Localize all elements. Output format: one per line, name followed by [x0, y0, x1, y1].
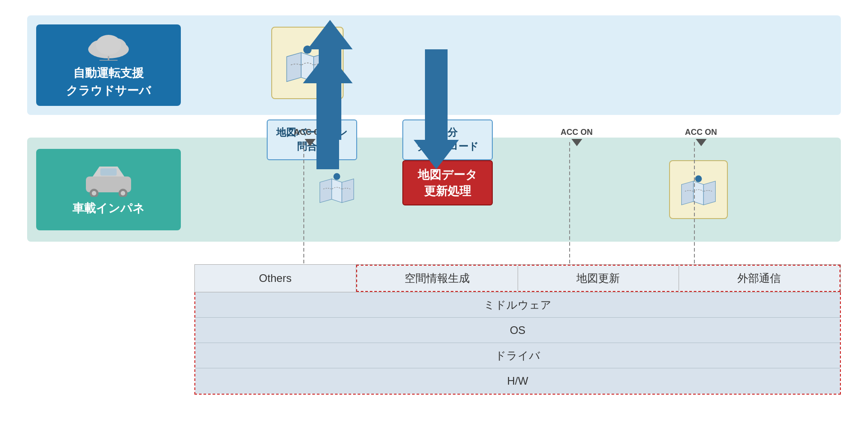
cloud-server-label: 自動運転支援 クラウドサーバ: [66, 64, 151, 100]
acc-on-mid: ACC ON: [561, 128, 593, 146]
map-svg-cloud: [283, 38, 332, 88]
others-cell: Others: [195, 265, 356, 292]
main-diagram: 自動運転支援 クラウドサーバ: [27, 15, 841, 414]
driver-row: ドライバ: [195, 343, 840, 368]
hw-row: H/W: [195, 368, 840, 394]
acc-on-right: ACC ON: [685, 128, 717, 146]
acc-on-left: ACC ON: [294, 128, 326, 146]
software-row: Others 空間情報生成 地図更新 外部通信 ミドルウェア OS: [194, 264, 841, 405]
app-layer: Others 空間情報生成 地図更新 外部通信: [194, 264, 841, 292]
vehicle-map-icon: [307, 158, 366, 217]
map-svg-vehicle-right: [678, 169, 719, 210]
vehicle-map-icon-right: [669, 160, 728, 219]
vehicle-panel-label: 車載インパネ: [72, 200, 145, 216]
os-row: OS: [195, 318, 840, 343]
svg-point-10: [92, 191, 96, 195]
diff-download-box: 差分 ダウンロード: [402, 119, 493, 160]
map-svg-vehicle: [316, 167, 357, 208]
cloud-server-box: 自動運転支援 クラウドサーバ: [36, 24, 181, 106]
map-data-update-box: 地図データ 更新処理: [402, 160, 493, 205]
svg-point-12: [121, 191, 125, 195]
app-cells-red: 空間情報生成 地図更新 外部通信: [356, 265, 840, 292]
cloud-map-icon: [271, 27, 344, 99]
cloud-icon: [86, 31, 131, 61]
spatial-info-cell: 空間情報生成: [357, 266, 518, 291]
cloud-server-row: 自動運転支援 クラウドサーバ: [27, 15, 841, 115]
external-comm-cell: 外部通信: [679, 266, 840, 291]
vehicle-panel-box: 車載インパネ: [36, 149, 181, 230]
middleware-row: ミドルウェア: [195, 292, 840, 318]
stack-layers: ミドルウェア OS ドライバ H/W: [194, 292, 841, 395]
svg-point-3: [96, 35, 121, 55]
map-update-cell: 地図更新: [518, 266, 679, 291]
car-icon: [77, 163, 140, 197]
svg-rect-8: [100, 168, 117, 176]
